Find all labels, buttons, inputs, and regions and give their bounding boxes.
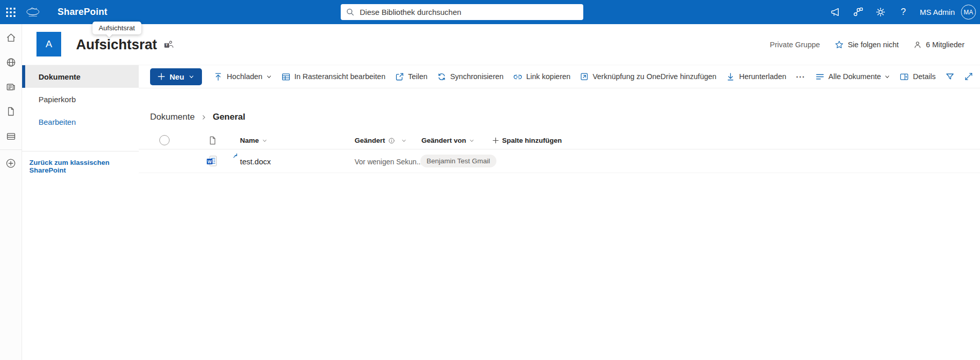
app-launcher-button[interactable] bbox=[0, 0, 22, 24]
add-column-button[interactable]: Spalte hinzufügen bbox=[492, 137, 562, 144]
news-icon bbox=[6, 82, 16, 92]
breadcrumb: Dokumente General bbox=[150, 112, 980, 122]
more-icon: ··· bbox=[796, 72, 805, 81]
file-name[interactable]: test.docx bbox=[240, 157, 271, 166]
document-icon bbox=[208, 136, 217, 145]
command-bar: Neu Hochladen bbox=[139, 65, 980, 88]
plus-icon bbox=[492, 137, 499, 144]
sidebar-item-dokumente[interactable]: Dokumente bbox=[22, 65, 139, 88]
site-header: A Aufsichtsrat T Aufsichtsrat Private Gr… bbox=[22, 24, 980, 65]
plus-icon bbox=[158, 73, 165, 80]
org-chart-icon bbox=[853, 7, 863, 17]
sidebar-item-bearbeiten[interactable]: Bearbeiten bbox=[22, 110, 139, 133]
site-title[interactable]: Aufsichtsrat bbox=[76, 37, 157, 53]
file-modified: Vor wenigen Sekun... bbox=[355, 158, 422, 166]
follow-label: Sie folgen nicht bbox=[848, 41, 899, 49]
file-row[interactable]: W test.docx Vor wenigen Sekun... Benjami… bbox=[139, 149, 980, 173]
word-file-icon: W bbox=[206, 155, 218, 167]
search-box[interactable] bbox=[341, 4, 583, 20]
download-button[interactable]: Herunterladen bbox=[721, 65, 791, 88]
avatar-initials: MA bbox=[964, 9, 973, 16]
select-all-checkbox[interactable] bbox=[159, 135, 170, 145]
onedrive-shortcut-button[interactable]: Verknüpfung zu OneDrive hinzufügen bbox=[575, 65, 721, 88]
more-commands-button[interactable]: ··· bbox=[791, 65, 810, 88]
add-circle-icon bbox=[5, 158, 16, 169]
rail-news-button[interactable] bbox=[0, 74, 22, 99]
column-modified[interactable]: Geändert bbox=[355, 137, 406, 144]
account-avatar[interactable]: MA bbox=[961, 5, 976, 20]
left-rail bbox=[0, 24, 22, 360]
search-icon bbox=[346, 8, 355, 16]
svg-text:T: T bbox=[165, 43, 168, 47]
new-button[interactable]: Neu bbox=[150, 68, 202, 85]
follow-button[interactable]: Sie folgen nicht bbox=[835, 40, 899, 49]
link-icon bbox=[513, 72, 523, 82]
help-icon: ? bbox=[901, 7, 906, 17]
upload-button[interactable]: Hochladen bbox=[209, 65, 276, 88]
user-name: MS Admin bbox=[920, 8, 955, 16]
rail-pages-button[interactable] bbox=[0, 99, 22, 124]
members-label: 6 Mitglieder bbox=[926, 41, 965, 49]
main-area: A Aufsichtsrat T Aufsichtsrat Private Gr… bbox=[22, 24, 980, 360]
details-pane-icon bbox=[899, 72, 909, 82]
megaphone-icon bbox=[830, 7, 841, 17]
rail-library-button[interactable] bbox=[0, 124, 22, 148]
star-icon bbox=[835, 40, 844, 49]
filter-button[interactable] bbox=[940, 65, 959, 88]
site-logo-initial: A bbox=[46, 39, 52, 50]
share-button[interactable]: Teilen bbox=[390, 65, 432, 88]
settings-button[interactable] bbox=[870, 0, 892, 24]
chevron-down-icon bbox=[469, 138, 474, 143]
chevron-down-icon bbox=[189, 74, 194, 80]
column-modified-by[interactable]: Geändert von bbox=[421, 137, 474, 144]
filter-icon bbox=[945, 72, 955, 82]
expand-icon bbox=[964, 72, 973, 81]
expand-button[interactable] bbox=[959, 65, 978, 88]
sync-icon bbox=[437, 72, 447, 82]
copy-link-button[interactable]: Link kopieren bbox=[508, 65, 575, 88]
breadcrumb-current[interactable]: General bbox=[213, 112, 245, 122]
rail-sites-button[interactable] bbox=[0, 50, 22, 74]
suite-bar: SharePoint ? bbox=[0, 0, 980, 24]
site-title-tooltip: Aufsichtsrat bbox=[93, 22, 141, 34]
privacy-label: Private Gruppe bbox=[770, 41, 820, 49]
checkbox-circle-icon bbox=[159, 135, 170, 145]
new-item-indicator bbox=[232, 153, 238, 159]
upload-icon bbox=[213, 72, 223, 82]
sync-button[interactable]: Synchronisieren bbox=[432, 65, 508, 88]
view-selector-button[interactable]: Alle Dokumente bbox=[810, 65, 895, 88]
view-list-icon bbox=[815, 72, 825, 82]
file-icon bbox=[6, 106, 16, 117]
svg-text:W: W bbox=[208, 160, 212, 164]
column-file-type[interactable] bbox=[208, 136, 217, 145]
chevron-down-icon bbox=[884, 74, 890, 80]
org-explorer-button[interactable] bbox=[847, 0, 870, 24]
help-button[interactable]: ? bbox=[892, 0, 915, 24]
site-logo[interactable]: A bbox=[36, 32, 61, 56]
chevron-down-icon bbox=[266, 74, 272, 80]
rail-create-button[interactable] bbox=[0, 151, 22, 176]
file-modified-by-badge[interactable]: Benjamin Test Gmail bbox=[420, 155, 496, 167]
column-name[interactable]: Name bbox=[240, 137, 267, 144]
tenant-logo[interactable] bbox=[24, 5, 42, 20]
announcements-button[interactable] bbox=[824, 0, 847, 24]
open-in-new-icon bbox=[580, 72, 589, 81]
sidebar-nav: Dokumente Papierkorb Bearbeiten Zurück z… bbox=[22, 65, 139, 360]
gear-icon bbox=[875, 7, 886, 17]
app-name[interactable]: SharePoint bbox=[58, 7, 107, 17]
share-icon bbox=[395, 72, 404, 82]
table-header: Name Geändert Geändert von bbox=[139, 132, 980, 149]
members-button[interactable]: 6 Mitglieder bbox=[913, 41, 965, 49]
breadcrumb-root[interactable]: Dokumente bbox=[150, 112, 195, 122]
chevron-down-icon bbox=[401, 138, 406, 143]
rail-divider bbox=[0, 149, 22, 150]
search-input[interactable] bbox=[360, 8, 578, 16]
home-icon bbox=[6, 32, 16, 43]
grid-edit-button[interactable]: In Rasteransicht bearbeiten bbox=[276, 65, 390, 88]
sidebar-item-papierkorb[interactable]: Papierkorb bbox=[22, 88, 139, 110]
globe-icon bbox=[6, 57, 16, 68]
details-pane-button[interactable]: Details bbox=[895, 65, 940, 88]
teams-icon[interactable]: T bbox=[164, 40, 174, 50]
rail-home-button[interactable] bbox=[0, 25, 22, 50]
classic-sharepoint-link[interactable]: Zurück zum klassischen SharePoint bbox=[22, 151, 139, 181]
